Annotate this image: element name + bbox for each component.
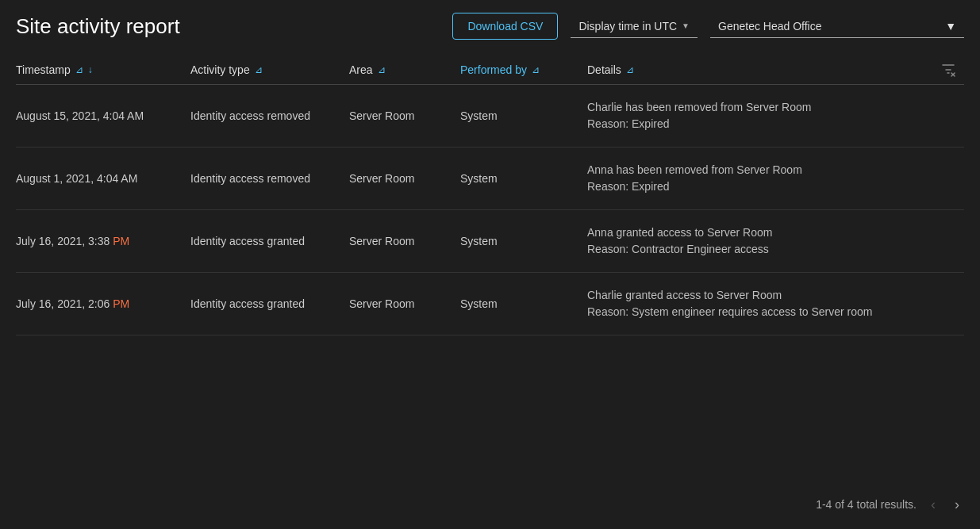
site-selector-dropdown[interactable]: Genetec Head Office ▼: [710, 15, 964, 38]
cell-timestamp-0: August 15, 2021, 4:04 AM: [16, 109, 190, 122]
cell-timestamp-2: July 16, 2021, 3:38 PM: [16, 235, 190, 247]
cell-details-2: Anna granted access to Server RoomReason…: [587, 224, 932, 258]
cell-activity-type-0: Identity access removed: [190, 109, 349, 122]
activity-type-label: Activity type: [190, 63, 250, 76]
download-csv-button[interactable]: Download CSV: [452, 13, 558, 40]
table-row: August 15, 2021, 4:04 AM Identity access…: [16, 85, 964, 148]
column-header-activity-type: Activity type ⊿: [190, 63, 349, 76]
performed-by-label: Performed by: [460, 63, 527, 76]
page-header: Site activity report Download CSV Displa…: [16, 13, 964, 40]
cell-performed-by-1: System: [460, 172, 587, 185]
cell-activity-type-1: Identity access removed: [190, 172, 349, 185]
prev-page-button[interactable]: ‹: [926, 496, 940, 513]
page-container: Site activity report Download CSV Displa…: [0, 0, 980, 529]
timestamp-sort-icon[interactable]: ↓: [88, 64, 93, 75]
header-controls: Download CSV Display time in UTC ▼ Genet…: [452, 13, 964, 40]
table-row: July 16, 2021, 3:38 PM Identity access g…: [16, 210, 964, 273]
table-row: July 16, 2021, 2:06 PM Identity access g…: [16, 273, 964, 335]
clear-all-filters-icon[interactable]: [932, 62, 964, 78]
cell-details-3: Charlie granted access to Server RoomRea…: [587, 287, 932, 320]
time-display-chevron-icon: ▼: [682, 21, 690, 30]
cell-area-0: Server Room: [349, 109, 460, 122]
site-selector-label: Genetec Head Office: [718, 20, 940, 33]
performed-by-filter-icon[interactable]: ⊿: [532, 64, 540, 75]
cell-timestamp-3: July 16, 2021, 2:06 PM: [16, 297, 190, 310]
details-label: Details: [587, 63, 621, 76]
cell-area-1: Server Room: [349, 172, 460, 185]
area-filter-icon[interactable]: ⊿: [378, 64, 386, 75]
cell-activity-type-2: Identity access granted: [190, 235, 349, 247]
table-rows: August 15, 2021, 4:04 AM Identity access…: [16, 85, 964, 488]
site-selector-chevron-icon: ▼: [945, 20, 956, 33]
timestamp-label: Timestamp: [16, 63, 71, 76]
details-filter-icon[interactable]: ⊿: [626, 64, 634, 75]
table-row: August 1, 2021, 4:04 AM Identity access …: [16, 148, 964, 210]
cell-performed-by-3: System: [460, 297, 587, 310]
time-display-dropdown[interactable]: Display time in UTC ▼: [571, 15, 698, 38]
page-title: Site activity report: [16, 14, 180, 39]
cell-performed-by-2: System: [460, 235, 587, 247]
timestamp-filter-icon[interactable]: ⊿: [75, 64, 83, 75]
column-header-details: Details ⊿: [587, 63, 932, 76]
cell-area-3: Server Room: [349, 297, 460, 310]
column-header-performed-by: Performed by ⊿: [460, 63, 587, 76]
cell-timestamp-1: August 1, 2021, 4:04 AM: [16, 172, 190, 185]
table-header: Timestamp ⊿ ↓ Activity type ⊿ Area ⊿ Per…: [16, 56, 964, 85]
cell-details-0: Charlie has been removed from Server Roo…: [587, 99, 932, 132]
cell-activity-type-3: Identity access granted: [190, 297, 349, 310]
cell-performed-by-0: System: [460, 109, 587, 122]
column-header-timestamp: Timestamp ⊿ ↓: [16, 63, 190, 76]
pagination-text: 1-4 of 4 total results.: [816, 498, 917, 511]
next-page-button[interactable]: ›: [950, 496, 964, 513]
data-table: Timestamp ⊿ ↓ Activity type ⊿ Area ⊿ Per…: [16, 56, 964, 516]
area-label: Area: [349, 63, 373, 76]
column-header-area: Area ⊿: [349, 63, 460, 76]
pagination: 1-4 of 4 total results. ‹ ›: [16, 488, 964, 516]
time-display-label: Display time in UTC: [578, 20, 677, 33]
activity-type-filter-icon[interactable]: ⊿: [255, 64, 263, 75]
cell-area-2: Server Room: [349, 235, 460, 247]
cell-details-1: Anna has been removed from Server RoomRe…: [587, 162, 932, 195]
